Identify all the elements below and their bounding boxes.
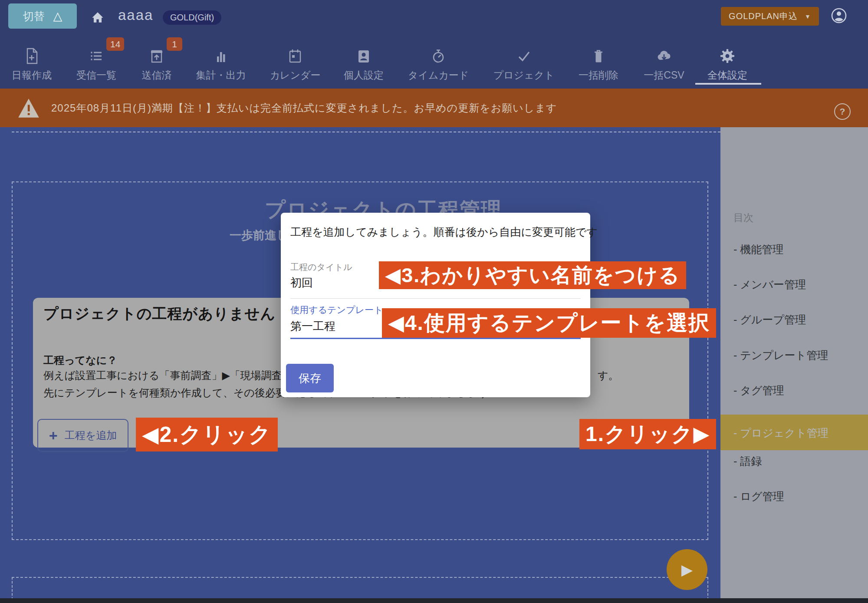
tutorial-step2-label: ◀2.クリック [136, 418, 278, 451]
nav-item-label: 送信済 [124, 69, 189, 82]
plus-icon: + [49, 429, 58, 442]
inbox-count-badge: 14 [106, 37, 124, 51]
tutorial-step3-label: ◀3.わかりやすい名前をつける [379, 261, 686, 289]
switch-triangle-icon: △ [53, 9, 62, 23]
checkmark-icon [491, 43, 556, 65]
nav-item-label: 集計・出力 [188, 69, 253, 82]
sidebar-item-tag-management[interactable]: - タグ管理 [733, 383, 784, 398]
plan-badge: GOLD(Gift) [163, 10, 221, 25]
nav-item-bulk-delete[interactable]: 一括削除 [566, 43, 631, 85]
sent-count-badge: 1 [167, 37, 182, 51]
add-process-label: 工程を追加 [65, 428, 117, 442]
warning-triangle-icon [17, 97, 40, 119]
nav-item-label: 受信一覧 [64, 69, 129, 82]
account-icon[interactable] [830, 7, 848, 25]
app-header: 切替 △ aaaa GOLD(Gift) GOLDPLAN申込 ▼ 日報作成 受… [0, 0, 868, 89]
nav-item-timecard[interactable]: タイムカード [406, 43, 471, 85]
card-title: プロジェクトの工程がありません [43, 304, 276, 324]
person-card-icon [331, 43, 396, 65]
gear-icon [695, 43, 760, 65]
template-select-label: 使用するテンプレート [290, 304, 383, 316]
template-select-input[interactable]: 第一工程 [290, 319, 335, 334]
trash-icon [566, 43, 631, 65]
home-icon[interactable] [89, 9, 106, 25]
sidebar-item-member-management[interactable]: - メンバー管理 [733, 277, 806, 292]
nav-item-label: 日報作成 [0, 69, 64, 82]
sidebar-item-label: - プロジェクト管理 [733, 426, 829, 440]
nav-item-label: 一括CSV [631, 69, 697, 82]
nav-item-project[interactable]: プロジェクト [491, 43, 556, 85]
sidebar-item-glossary[interactable]: - 語録 [733, 454, 762, 468]
goldplan-apply-button[interactable]: GOLDPLAN申込 ▼ [721, 7, 819, 26]
save-button[interactable]: 保存 [286, 364, 334, 392]
card-description-line1: 例えば設置工事における「事前調査」▶「現場調査 [43, 369, 282, 382]
nav-item-label: 個人設定 [331, 69, 396, 82]
cloud-download-icon [631, 43, 697, 65]
tutorial-dashed-divider [12, 132, 720, 132]
process-title-input[interactable]: 初回 [290, 275, 313, 290]
help-icon[interactable]: ? [834, 103, 851, 120]
switch-button-label: 切替 [23, 9, 45, 23]
nav-item-aggregate-output[interactable]: 集計・出力 [188, 43, 253, 85]
warning-message: 2025年08月11日(月)満期【注！】支払いは完全前払式に変更されました。お早… [51, 89, 557, 127]
sidebar-item-function-management[interactable]: - 機能管理 [733, 242, 783, 257]
add-process-dialog: 工程を追加してみましょう。順番は後から自由に変更可能です 工程のタイトル 初回 … [281, 213, 590, 397]
arrow-right-icon: ▶ [681, 561, 693, 578]
sidebar-item-template-management[interactable]: - テンプレート管理 [733, 348, 828, 362]
process-title-label: 工程のタイトル [290, 261, 352, 273]
nav-item-bulk-csv[interactable]: 一括CSV [631, 43, 697, 85]
bottom-edge-strip [0, 598, 868, 603]
sidebar-item-group-management[interactable]: - グループ管理 [733, 313, 806, 327]
toc-title: 目次 [733, 211, 753, 224]
card-question: 工程ってなに？ [43, 353, 117, 367]
template-field-underline [290, 338, 581, 339]
nav-item-global-settings[interactable]: 全体設定 [695, 43, 760, 85]
expiry-warning-banner: 2025年08月11日(月)満期【注！】支払いは完全前払式に変更されました。お早… [0, 89, 868, 127]
workspace-title: aaaa [118, 7, 153, 23]
next-page-fab[interactable]: ▶ [667, 549, 707, 590]
tutorial-step4-label: ◀4.使用するテンプレートを選択 [382, 308, 716, 338]
nav-item-inbox[interactable]: 受信一覧 14 [64, 43, 129, 85]
timer-icon [406, 43, 471, 65]
nav-item-label: タイムカード [406, 69, 471, 82]
page-subtitle: 一歩前進し [230, 227, 289, 243]
tutorial-step1-label: 1.クリック▶ [579, 419, 716, 449]
nav-item-label: 一括削除 [566, 69, 631, 82]
card-description-line1-end: す。 [598, 369, 619, 382]
document-plus-icon [0, 43, 64, 65]
nav-item-label: 全体設定 [695, 69, 760, 82]
nav-item-label: プロジェクト [491, 69, 556, 82]
sidebar-item-project-management-active[interactable]: - プロジェクト管理 [720, 415, 868, 450]
chevron-down-icon: ▼ [805, 13, 811, 20]
calendar-icon [263, 43, 328, 65]
field-divider [290, 298, 581, 299]
bar-chart-icon [188, 43, 253, 65]
table-of-contents-sidebar: 目次 - 機能管理 - メンバー管理 - グループ管理 - テンプレート管理 -… [720, 127, 868, 598]
sidebar-item-log-management[interactable]: - ログ管理 [733, 489, 784, 504]
nav-item-daily-report[interactable]: 日報作成 [0, 43, 64, 85]
active-nav-underline [695, 83, 761, 85]
nav-item-calendar[interactable]: カレンダー [263, 43, 328, 85]
dialog-heading: 工程を追加してみましょう。順番は後から自由に変更可能です [290, 225, 598, 239]
nav-item-sent[interactable]: 送信済 1 [124, 43, 189, 85]
switch-button[interactable]: 切替 △ [8, 3, 77, 29]
add-process-button[interactable]: + 工程を追加 [37, 419, 128, 452]
goldplan-apply-label: GOLDPLAN申込 [729, 10, 798, 22]
nav-item-label: カレンダー [263, 69, 328, 82]
nav-item-personal-settings[interactable]: 個人設定 [331, 43, 396, 85]
